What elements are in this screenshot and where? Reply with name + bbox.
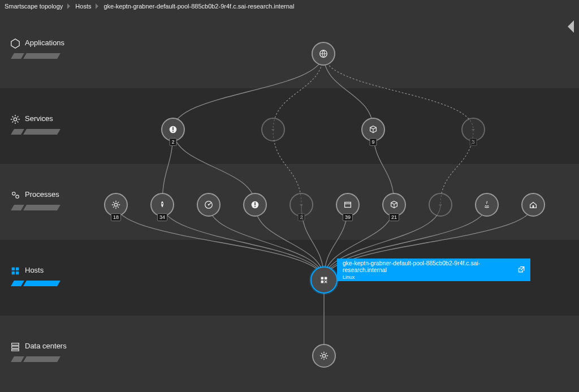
svg-rect-13 [172,127,174,130]
svg-rect-21 [254,206,256,207]
node-badge: 21 [389,213,399,221]
external-link-icon[interactable] [517,266,525,274]
host-card-title: gke-keptn-grabner-default-pool-885cb0b2-… [343,260,517,273]
svg-rect-25 [321,277,324,280]
svg-rect-22 [345,203,351,208]
svg-rect-20 [254,203,256,205]
breadcrumb-hosts[interactable]: Hosts [75,3,91,10]
node-badge: 2 [297,213,305,221]
node-badge: 18 [111,213,121,221]
node-svc3[interactable]: 9 [361,118,385,141]
node-badge: 39 [343,213,353,221]
host-details-card[interactable]: gke-keptn-grabner-default-pool-885cb0b2-… [337,259,530,281]
svg-rect-14 [172,131,174,132]
node-badge: 9 [369,138,377,146]
node-p9[interactable] [475,193,499,217]
node-p8[interactable]: ••• [429,193,452,217]
node-p10[interactable] [521,193,545,217]
svg-rect-26 [325,277,327,280]
svg-rect-24 [533,205,534,208]
svg-point-28 [322,354,325,357]
chevron-right-icon [96,3,99,9]
node-p6[interactable]: 39 [336,193,360,217]
node-svc4[interactable]: •••3 [461,118,485,141]
node-badge: 3 [469,138,477,146]
chevron-right-icon [67,3,71,9]
svg-point-16 [162,203,163,204]
svg-rect-27 [321,281,324,283]
host-card-subtitle: Linux [343,274,517,280]
breadcrumb-current: gke-keptn-grabner-default-pool-885cb0b2-… [103,3,294,10]
breadcrumb: Smartscape topology Hosts gke-keptn-grab… [0,0,579,12]
node-p1[interactable]: 18 [104,193,128,217]
node-host[interactable] [310,266,338,294]
node-badge: 34 [157,213,167,221]
node-svc1[interactable]: 2 [161,118,185,141]
node-dc[interactable] [312,344,336,368]
node-svc2[interactable]: ••• [261,118,285,141]
node-p4[interactable] [243,193,267,217]
node-p3[interactable] [197,193,221,217]
node-app1[interactable] [312,42,335,66]
node-badge: 2 [169,138,176,146]
svg-point-18 [208,204,210,206]
breadcrumb-root[interactable]: Smartscape topology [5,3,63,10]
nodes-layer: 2•••9•••31834•••23921••• [0,12,579,392]
svg-point-15 [114,203,117,206]
node-p5[interactable]: •••2 [290,193,313,217]
node-p7[interactable]: 21 [382,193,406,217]
node-p2[interactable]: 34 [150,193,174,217]
